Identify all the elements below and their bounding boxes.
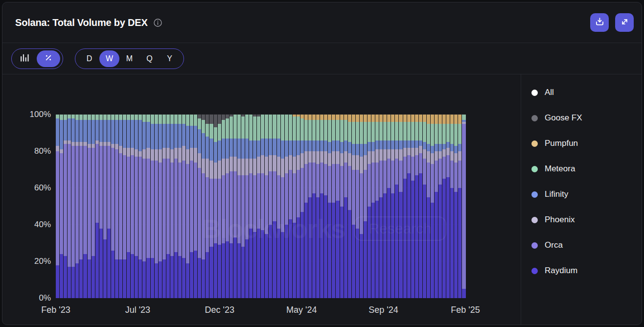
stacked-bar[interactable] (379, 115, 383, 298)
stacked-bar[interactable] (265, 115, 268, 298)
stacked-bar[interactable] (383, 115, 387, 298)
range-option-w-selected[interactable]: W (99, 50, 119, 67)
stacked-bar[interactable] (178, 115, 182, 298)
stacked-bar[interactable] (174, 115, 178, 298)
stacked-bar[interactable] (64, 115, 67, 298)
stacked-bar[interactable] (226, 115, 229, 298)
stacked-bar[interactable] (419, 115, 422, 298)
info-icon[interactable] (153, 18, 163, 28)
stacked-bar[interactable] (450, 115, 454, 298)
stacked-bar[interactable] (142, 115, 146, 298)
stacked-bar[interactable] (88, 115, 91, 298)
stacked-bar[interactable] (202, 115, 205, 298)
legend-item-pumpfun[interactable]: Pumpfun (531, 131, 642, 156)
stacked-bar[interactable] (111, 115, 115, 298)
stacked-bar[interactable] (285, 115, 288, 298)
download-chart-button[interactable] (590, 13, 609, 32)
stacked-bar[interactable] (60, 115, 63, 298)
range-option-m[interactable]: M (119, 50, 139, 67)
stacked-bar[interactable] (222, 115, 225, 298)
legend-item-phoenix[interactable]: Phoenix (531, 207, 642, 233)
legend-item-lifinity[interactable]: Lifinity (531, 182, 642, 207)
stacked-bar[interactable] (427, 115, 430, 298)
stacked-bar[interactable] (135, 115, 138, 298)
stacked-bar[interactable] (415, 115, 418, 298)
stacked-bar[interactable] (435, 115, 438, 298)
stacked-bar[interactable] (462, 115, 465, 298)
stacked-bar[interactable] (324, 115, 327, 298)
stacked-bar[interactable] (218, 115, 221, 298)
stacked-bar[interactable] (237, 115, 241, 298)
stacked-bar[interactable] (320, 115, 323, 298)
stacked-bar[interactable] (407, 115, 411, 298)
stacked-bar[interactable] (131, 115, 134, 298)
stacked-bar[interactable] (356, 115, 359, 298)
stacked-bar[interactable] (403, 115, 407, 298)
stacked-bar[interactable] (209, 115, 213, 298)
stacked-bar[interactable] (170, 115, 174, 298)
stacked-bar[interactable] (99, 115, 103, 298)
stacked-bar[interactable] (166, 115, 170, 298)
stacked-bar[interactable] (336, 115, 339, 298)
stacked-bar[interactable] (95, 115, 99, 298)
stacked-bar[interactable] (68, 115, 71, 298)
stacked-bar[interactable] (293, 115, 296, 298)
stacked-bar[interactable] (138, 115, 142, 298)
stacked-bar[interactable] (371, 115, 375, 298)
stacked-bar[interactable] (297, 115, 300, 298)
stacked-bar[interactable] (75, 115, 79, 298)
stacked-bar[interactable] (123, 115, 126, 298)
stacked-bar[interactable] (312, 115, 316, 298)
stacked-bar[interactable] (115, 115, 118, 298)
stacked-bar[interactable] (206, 115, 209, 298)
stacked-bar[interactable] (103, 115, 107, 298)
stacked-bar[interactable] (289, 115, 292, 298)
legend-item-orca[interactable]: Orca (531, 233, 642, 258)
stacked-bar[interactable] (328, 115, 331, 298)
stacked-bar[interactable] (308, 115, 312, 298)
stacked-bar[interactable] (233, 115, 237, 298)
legend-item-all[interactable]: All (531, 80, 642, 105)
stacked-bar[interactable] (423, 115, 426, 298)
stacked-bar[interactable] (387, 115, 391, 298)
stacked-bar[interactable] (92, 115, 95, 298)
stacked-bar[interactable] (159, 115, 162, 298)
legend-item-meteora[interactable]: Meteora (531, 156, 642, 182)
chart-type-percent-selected[interactable] (37, 50, 60, 67)
stacked-bar[interactable] (194, 115, 197, 298)
stacked-bar[interactable] (107, 115, 111, 298)
stacked-bar[interactable] (375, 115, 379, 298)
stacked-bar[interactable] (151, 115, 154, 298)
stacked-bar[interactable] (56, 115, 59, 298)
stacked-bar[interactable] (395, 115, 398, 298)
stacked-bar[interactable] (442, 115, 446, 298)
stacked-bar[interactable] (332, 115, 335, 298)
stacked-bar[interactable] (364, 115, 367, 298)
stacked-bar[interactable] (190, 115, 193, 298)
stacked-bar[interactable] (257, 115, 260, 298)
stacked-bar[interactable] (458, 115, 461, 298)
stacked-bar[interactable] (438, 115, 442, 298)
stacked-bar[interactable] (399, 115, 402, 298)
stacked-bar[interactable] (79, 115, 83, 298)
stacked-bar[interactable] (71, 115, 75, 298)
stacked-bar[interactable] (300, 115, 304, 298)
stacked-bar[interactable] (348, 115, 351, 298)
stacked-bar[interactable] (304, 115, 308, 298)
stacked-bar[interactable] (261, 115, 264, 298)
stacked-bar[interactable] (83, 115, 87, 298)
legend-item-raydium[interactable]: Raydium (531, 258, 642, 283)
legend-item-goose-fx[interactable]: Goose FX (531, 105, 642, 131)
stacked-bar[interactable] (360, 115, 363, 298)
stacked-bar[interactable] (127, 115, 130, 298)
stacked-bar[interactable] (391, 115, 394, 298)
stacked-bar[interactable] (411, 115, 414, 298)
stacked-bar[interactable] (182, 115, 185, 298)
stacked-bar[interactable] (241, 115, 245, 298)
stacked-bar[interactable] (281, 115, 284, 298)
stacked-bar[interactable] (198, 115, 201, 298)
stacked-bar[interactable] (230, 115, 233, 298)
range-option-y[interactable]: Y (160, 50, 180, 67)
stacked-bar[interactable] (249, 115, 253, 298)
stacked-bar[interactable] (245, 115, 249, 298)
